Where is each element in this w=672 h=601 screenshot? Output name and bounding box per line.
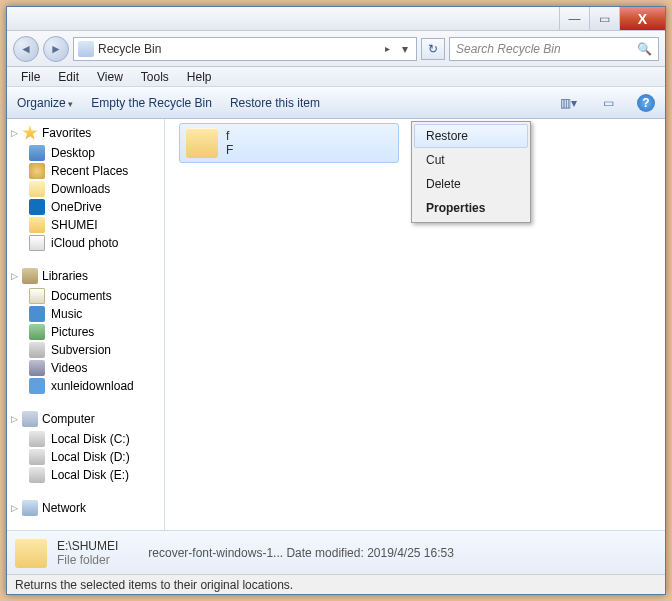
menu-tools[interactable]: Tools <box>133 68 177 86</box>
sidebar-item-label: SHUMEI <box>51 218 98 232</box>
sidebar-item[interactable]: Local Disk (E:) <box>7 466 164 484</box>
ic-doc-icon <box>29 288 45 304</box>
favorites-group[interactable]: ▷ Favorites <box>7 123 164 144</box>
ic-vid-icon <box>29 360 45 376</box>
sidebar-item-label: Desktop <box>51 146 95 160</box>
ic-recent-icon <box>29 163 45 179</box>
file-item-selected[interactable]: f F <box>179 123 399 163</box>
star-icon <box>22 125 38 141</box>
ic-disk-icon <box>29 449 45 465</box>
ic-down-icon <box>29 181 45 197</box>
network-label: Network <box>42 501 86 515</box>
organize-button[interactable]: Organize <box>17 96 73 110</box>
sidebar-item[interactable]: Subversion <box>7 341 164 359</box>
expand-icon: ▷ <box>11 503 18 513</box>
sidebar-item-label: Documents <box>51 289 112 303</box>
ic-photo-icon <box>29 235 45 251</box>
details-modified-label: Date modified: <box>286 546 363 560</box>
file-list[interactable]: f F Restore Cut Delete Properties <box>165 119 665 530</box>
sidebar-item-label: Subversion <box>51 343 111 357</box>
sidebar-item[interactable]: Recent Places <box>7 162 164 180</box>
sidebar-item[interactable]: Local Disk (D:) <box>7 448 164 466</box>
network-group[interactable]: ▷ Network <box>7 498 164 519</box>
preview-pane-button[interactable]: ▭ <box>597 93 619 113</box>
search-input[interactable]: Search Recycle Bin 🔍 <box>449 37 659 61</box>
sidebar-item[interactable]: Documents <box>7 287 164 305</box>
ic-desktop-icon <box>29 145 45 161</box>
ic-pic-icon <box>29 324 45 340</box>
sidebar-item[interactable]: Local Disk (C:) <box>7 430 164 448</box>
libraries-group[interactable]: ▷ Libraries <box>7 266 164 287</box>
sidebar-item-label: xunleidownload <box>51 379 134 393</box>
computer-icon <box>22 411 38 427</box>
search-placeholder: Search Recycle Bin <box>456 42 561 56</box>
restore-item-button[interactable]: Restore this item <box>230 96 320 110</box>
folder-icon <box>15 538 47 568</box>
expand-icon: ▷ <box>11 128 18 138</box>
computer-group[interactable]: ▷ Computer <box>7 409 164 430</box>
details-modified-value: 2019/4/25 16:53 <box>367 546 454 560</box>
sidebar-item[interactable]: Music <box>7 305 164 323</box>
menu-view[interactable]: View <box>89 68 131 86</box>
statusbar: Returns the selected items to their orig… <box>7 574 665 594</box>
context-cut[interactable]: Cut <box>414 148 528 172</box>
details-filename: recover-font-windows-1... <box>148 546 283 560</box>
sidebar-item-label: Recent Places <box>51 164 128 178</box>
close-button[interactable]: X <box>619 7 665 30</box>
details-path: E:\SHUMEI <box>57 539 118 553</box>
ic-sub-icon <box>29 342 45 358</box>
sidebar-item-label: Videos <box>51 361 87 375</box>
refresh-button[interactable]: ↻ <box>421 38 445 60</box>
ic-music-icon <box>29 306 45 322</box>
menu-help[interactable]: Help <box>179 68 220 86</box>
sidebar-item[interactable]: xunleidownload <box>7 377 164 395</box>
menu-edit[interactable]: Edit <box>50 68 87 86</box>
sidebar-item[interactable]: OneDrive <box>7 198 164 216</box>
sidebar-item[interactable]: Pictures <box>7 323 164 341</box>
menubar: File Edit View Tools Help <box>7 67 665 87</box>
favorites-label: Favorites <box>42 126 91 140</box>
empty-recyclebin-button[interactable]: Empty the Recycle Bin <box>91 96 212 110</box>
address-bar[interactable]: Recycle Bin ▸ ▾ <box>73 37 417 61</box>
menu-file[interactable]: File <box>13 68 48 86</box>
context-menu: Restore Cut Delete Properties <box>411 121 531 223</box>
breadcrumb-arrow[interactable]: ▸ <box>381 43 394 54</box>
view-options-button[interactable]: ▥▾ <box>557 93 579 113</box>
sidebar-item[interactable]: iCloud photo <box>7 234 164 252</box>
sidebar-item-label: Local Disk (E:) <box>51 468 129 482</box>
sidebar-item-label: Local Disk (C:) <box>51 432 130 446</box>
status-text: Returns the selected items to their orig… <box>15 578 293 592</box>
help-button[interactable]: ? <box>637 94 655 112</box>
sidebar-item[interactable]: Desktop <box>7 144 164 162</box>
context-properties[interactable]: Properties <box>414 196 528 220</box>
ic-disk-icon <box>29 467 45 483</box>
details-type: File folder <box>57 553 118 567</box>
sidebar: ▷ Favorites DesktopRecent PlacesDownload… <box>7 119 165 530</box>
expand-icon: ▷ <box>11 414 18 424</box>
libraries-icon <box>22 268 38 284</box>
folder-icon <box>186 128 218 158</box>
maximize-button[interactable]: ▭ <box>589 7 619 30</box>
sidebar-item[interactable]: Downloads <box>7 180 164 198</box>
titlebar: — ▭ X <box>7 7 665 31</box>
address-dropdown[interactable]: ▾ <box>398 42 412 56</box>
sidebar-item-label: Downloads <box>51 182 110 196</box>
ic-folder-icon <box>29 217 45 233</box>
sidebar-item-label: iCloud photo <box>51 236 118 250</box>
address-text: Recycle Bin <box>98 42 377 56</box>
sidebar-item-label: Local Disk (D:) <box>51 450 130 464</box>
navbar: ◄ ► Recycle Bin ▸ ▾ ↻ Search Recycle Bin… <box>7 31 665 67</box>
back-button[interactable]: ◄ <box>13 36 39 62</box>
context-delete[interactable]: Delete <box>414 172 528 196</box>
search-icon[interactable]: 🔍 <box>637 42 652 56</box>
context-restore[interactable]: Restore <box>414 124 528 148</box>
minimize-button[interactable]: — <box>559 7 589 30</box>
ic-disk-icon <box>29 431 45 447</box>
sidebar-item[interactable]: Videos <box>7 359 164 377</box>
forward-button[interactable]: ► <box>43 36 69 62</box>
computer-label: Computer <box>42 412 95 426</box>
sidebar-item-label: OneDrive <box>51 200 102 214</box>
sidebar-item[interactable]: SHUMEI <box>7 216 164 234</box>
file-name: f F <box>226 129 233 157</box>
ic-xun-icon <box>29 378 45 394</box>
